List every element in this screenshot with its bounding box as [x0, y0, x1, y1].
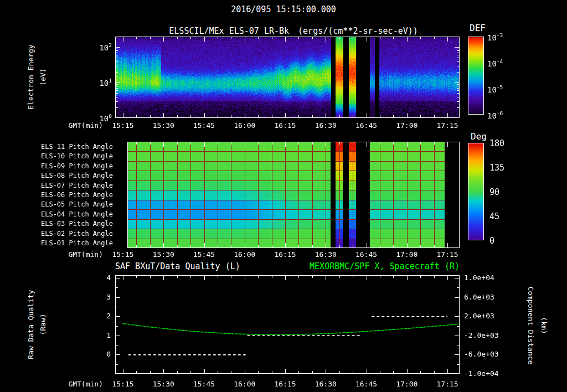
component-distance-tick-label: -6.0e+03 — [464, 350, 509, 358]
pitch-angle-row-label: ELS-07 Pitch Angle — [20, 182, 113, 189]
time-tick-label: 16:15 — [271, 121, 300, 130]
time-tick-label: 16:00 — [230, 380, 259, 388]
time-tick-label: 15:15 — [109, 121, 137, 130]
time-tick-label: 17:15 — [433, 121, 462, 130]
time-tick-label: 15:45 — [190, 380, 219, 388]
pitch-angle-row-label: ELS-10 Pitch Angle — [20, 152, 113, 160]
time-tick-label: 15:30 — [149, 250, 178, 259]
electron-energy-tick-label: 101 — [81, 78, 112, 87]
electron-energy-spectrogram-canvas — [115, 37, 460, 118]
time-tick-label: 15:45 — [190, 121, 219, 130]
time-tick-label: 17:00 — [393, 121, 421, 130]
raw-data-quality-tick-label: 0 — [93, 350, 111, 358]
pitch-angle-row-label: ELS-03 Pitch Angle — [20, 220, 113, 228]
deg-colorbar-tick-label: 135 — [489, 163, 515, 173]
raw-data-quality-tick-label: 4 — [93, 274, 111, 282]
time-tick-label: 15:30 — [149, 380, 178, 388]
deg-colorbar-tick-label: 90 — [489, 187, 515, 197]
electron-energy-tick-label: 100 — [81, 113, 112, 123]
def-colorbar-tick-label: 10-5 — [487, 84, 523, 94]
instrument-units: (ergs/(cm**2-sr-sec-eV)) — [298, 26, 418, 36]
time-tick-label: 15:15 — [109, 380, 137, 388]
raw-data-quality-axis-label: Raw Data Quality — [27, 269, 35, 380]
deg-colorbar-tick-label: 180 — [489, 138, 515, 148]
cdaweb-science-plot: 2016/095 15:15:00.000 ELSSCIL/MEx ELS-07… — [0, 0, 567, 392]
deg-colorbar-tick-label: 0 — [489, 236, 515, 246]
def-colorbar-title: DEF — [470, 23, 486, 33]
time-tick-label: 16:45 — [352, 250, 381, 259]
time-tick-label: 17:00 — [393, 380, 421, 388]
deg-colorbar-canvas — [468, 143, 484, 240]
time-tick-label: 15:45 — [190, 250, 219, 259]
quality-distance-plot-canvas — [115, 275, 460, 374]
component-distance-tick-label: -1.0e+04 — [464, 369, 509, 378]
deg-colorbar-title: Deg — [471, 131, 487, 142]
instrument-name: ELSSCIL/MEx ELS-07 LR-Bk — [169, 26, 289, 36]
def-colorbar-tick-label: 10-4 — [487, 58, 523, 68]
time-tick-label: 16:30 — [311, 380, 340, 388]
deg-colorbar-tick-label: 45 — [489, 212, 515, 221]
component-distance-tick-label: 1.0e+04 — [464, 274, 509, 282]
component-distance-tick-label: 6.0e+03 — [464, 293, 509, 301]
time-tick-label: 17:15 — [433, 380, 462, 388]
raw-data-quality-tick-label: 3 — [93, 293, 111, 301]
gmt-axis-label: GMT(min) — [54, 121, 103, 130]
bottom-right-series-title: MEXORBMC/SPF X, Spacecraft (R) — [221, 261, 460, 271]
pitch-angle-row-label: ELS-05 Pitch Angle — [20, 200, 113, 208]
time-tick-label: 16:45 — [352, 121, 381, 130]
electron-energy-axis-label: Electron Energy — [27, 22, 35, 132]
raw-data-quality-tick-label: 2 — [93, 312, 111, 320]
time-tick-label: 16:15 — [271, 380, 300, 388]
pitch-angle-row-label: ELS-01 Pitch Angle — [20, 239, 113, 247]
time-tick-label: 16:00 — [230, 121, 259, 130]
pitch-angle-row-label: ELS-06 Pitch Angle — [20, 191, 113, 199]
gmt-axis-label: GMT(min) — [54, 250, 103, 259]
pitch-angle-row-label: ELS-08 Pitch Angle — [20, 172, 113, 179]
component-distance-axis-label: Component Distance — [526, 270, 535, 381]
plot-date-title: 2016/095 15:15:00.000 — [0, 4, 567, 14]
time-tick-label: 16:15 — [271, 250, 300, 259]
def-colorbar-tick-label: 10-6 — [487, 110, 523, 120]
time-tick-label: 15:30 — [149, 121, 178, 130]
def-colorbar-canvas — [468, 37, 484, 115]
pitch-angle-row-label: ELS-09 Pitch Angle — [20, 162, 113, 170]
pitch-angle-row-label: ELS-02 Pitch Angle — [20, 230, 113, 238]
pitch-angle-row-label: ELS-11 Pitch Angle — [20, 143, 113, 151]
gmt-axis-label: GMT(min) — [54, 380, 103, 388]
component-distance-axis-units: (km) — [539, 270, 548, 381]
time-tick-label: 17:00 — [393, 250, 421, 259]
time-tick-label: 16:30 — [311, 250, 340, 259]
electron-energy-axis-units: (eV) — [39, 22, 48, 132]
time-tick-label: 16:00 — [230, 250, 259, 259]
pitch-angle-heatmap-canvas — [127, 142, 460, 248]
raw-data-quality-axis-units: (Raw) — [39, 269, 48, 380]
raw-data-quality-tick-label: 1 — [93, 331, 111, 339]
time-tick-label: 16:45 — [352, 380, 381, 388]
time-tick-label: 16:30 — [311, 121, 340, 130]
component-distance-tick-label: -2.0e+03 — [464, 331, 509, 339]
pitch-angle-row-label: ELS-04 Pitch Angle — [20, 210, 113, 218]
time-tick-label: 15:15 — [109, 250, 137, 259]
component-distance-tick-label: 2.0e+03 — [464, 312, 509, 320]
time-tick-label: 17:15 — [433, 250, 462, 259]
